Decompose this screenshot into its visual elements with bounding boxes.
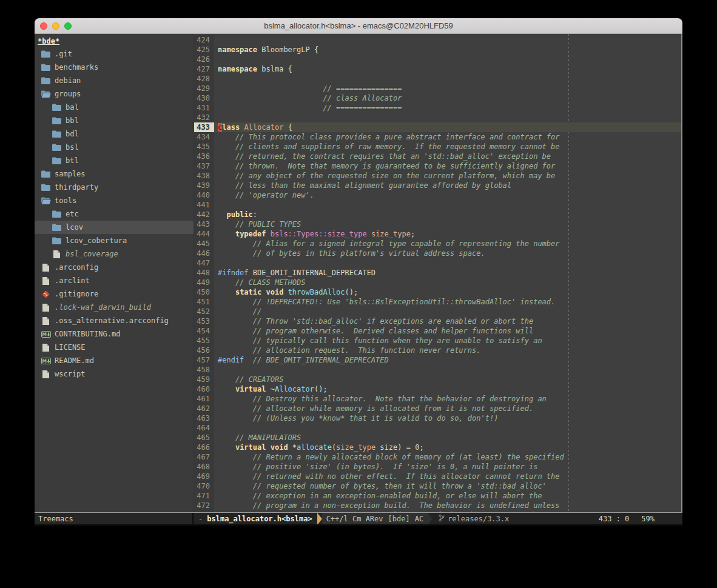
code-line[interactable]: 441 <box>194 200 682 210</box>
code-line-text[interactable]: // CREATORS <box>214 375 682 384</box>
code-line[interactable]: 437 // thrown. Note that memory is guara… <box>194 161 682 171</box>
code-line-text[interactable] <box>214 423 682 433</box>
code-line-text[interactable] <box>214 35 682 45</box>
code-line[interactable]: 427namespace bslma { <box>194 64 682 74</box>
tree-item[interactable]: thirdparty <box>35 181 194 194</box>
code-line-text[interactable]: class Allocator { <box>214 122 682 132</box>
tree-item[interactable]: LICENSE <box>35 341 194 354</box>
code-line[interactable]: 447 <box>194 258 682 268</box>
code-line-text[interactable]: // This protocol class provides a pure a… <box>214 132 682 142</box>
tree-item[interactable]: wscript <box>35 367 194 381</box>
major-mode[interactable]: C++/l Cm ARev <box>326 515 383 523</box>
code-line-text[interactable]: #ifndef BDE_OMIT_INTERNAL_DEPRECATED <box>214 268 682 278</box>
code-area[interactable]: 424425namespace BloombergLP {426427names… <box>194 34 682 512</box>
code-line-text[interactable]: // less than the maximal alignment guara… <box>214 181 682 190</box>
code-line-text[interactable]: // positive 'size' (in bytes). If 'size'… <box>214 462 682 472</box>
code-line[interactable]: 428 <box>194 74 682 84</box>
code-line[interactable]: 470 // requested number of bytes, then i… <box>194 481 682 491</box>
code-line[interactable]: 460 virtual ~Allocator(); <box>194 384 682 394</box>
code-line-text[interactable]: // PUBLIC TYPES <box>214 219 682 229</box>
code-line-text[interactable] <box>214 365 682 375</box>
code-line[interactable]: 458 <box>194 365 682 375</box>
code-line-text[interactable]: // =============== <box>214 84 682 93</box>
tree-item[interactable]: etc <box>35 207 194 221</box>
fullscreen-button[interactable] <box>64 22 72 30</box>
code-line[interactable]: 429 // =============== <box>194 84 682 93</box>
code-line[interactable]: 430 // class Allocator <box>194 93 682 103</box>
code-line[interactable]: 471 // exception in an exception-enabled… <box>194 491 682 501</box>
tree-item[interactable]: .lock-waf_darwin_build <box>35 301 194 314</box>
code-line[interactable]: 455 // typically call this function when… <box>194 336 682 346</box>
code-line[interactable]: 443 // PUBLIC TYPES <box>194 219 682 229</box>
code-line-text[interactable]: // '0 <= size'. Note that the alignment … <box>214 510 682 512</box>
code-line[interactable]: 452 // <box>194 307 682 316</box>
code-line-text[interactable]: // exception in an exception-enabled bui… <box>214 491 682 501</box>
code-line[interactable]: 451 // !DEPRECATED!: Use 'bsls::BslExcep… <box>194 297 682 307</box>
code-line-text[interactable]: // program in a non-exception build. The… <box>214 501 682 510</box>
tree-item[interactable]: bbl <box>35 114 194 127</box>
code-line-text[interactable]: // <box>214 307 682 316</box>
code-line[interactable]: 435 // clients and suppliers of raw memo… <box>194 142 682 152</box>
code-line-text[interactable] <box>214 55 682 64</box>
tree-item[interactable]: .git <box>35 47 194 61</box>
code-line[interactable]: 467 // Return a newly allocated block of… <box>194 452 682 462</box>
tree-item[interactable]: lcov_cobertura <box>35 234 194 247</box>
code-line-text[interactable]: typedef bsls::Types::size_type size_type… <box>214 229 682 239</box>
code-line-text[interactable]: // 'operator new'. <box>214 190 682 200</box>
code-line-text[interactable]: // Throw 'std::bad_alloc' if exceptions … <box>214 316 682 326</box>
project-root[interactable]: *bde* <box>35 35 194 47</box>
buffer-name[interactable]: bslma_allocator.h<bslma> <box>207 515 312 523</box>
code-line[interactable]: 453 // Throw 'std::bad_alloc' if excepti… <box>194 316 682 326</box>
code-line-text[interactable]: virtual ~Allocator(); <box>214 384 682 394</box>
code-line[interactable]: 450 static void throwBadAlloc(); <box>194 287 682 297</box>
titlebar[interactable]: bslma_allocator.h<bslma> - emacs@C02M20H… <box>35 18 682 34</box>
tree-item[interactable]: debian <box>35 74 194 87</box>
code-line[interactable]: 433class Allocator { <box>194 122 682 132</box>
code-line[interactable]: 425namespace BloombergLP { <box>194 45 682 55</box>
code-line[interactable]: 426 <box>194 55 682 64</box>
code-line[interactable]: 466 virtual void *allocate(size_type siz… <box>194 443 682 452</box>
tree-item[interactable]: benchmarks <box>35 61 194 74</box>
tree-item[interactable]: bdl <box>35 127 194 141</box>
code-line[interactable]: 462 // allocator while memory is allocat… <box>194 404 682 413</box>
code-line-text[interactable]: // CLASS METHODS <box>214 278 682 287</box>
code-line-text[interactable]: // =============== <box>214 103 682 113</box>
tree-item[interactable]: btl <box>35 154 194 167</box>
code-line-text[interactable]: #endif // BDE_OMIT_INTERNAL_DEPRECATED <box>214 355 682 365</box>
code-line-text[interactable] <box>214 74 682 84</box>
tree-item[interactable]: .arcconfig <box>35 261 194 274</box>
code-line-text[interactable]: // allocator while memory is allocated f… <box>214 404 682 413</box>
tree-item[interactable]: .oss_alternative.arcconfig <box>35 314 194 327</box>
code-line[interactable]: 464 <box>194 423 682 433</box>
close-button[interactable] <box>40 22 47 30</box>
tree-item[interactable]: CONTRIBUTING.md <box>35 327 194 341</box>
code-line[interactable]: 438 // any object of the requested size … <box>194 171 682 181</box>
code-line-text[interactable]: // (Unless you *know* that it is valid t… <box>214 413 682 423</box>
tree-item[interactable]: README.md <box>35 354 194 367</box>
code-line[interactable]: 442 public: <box>194 210 682 219</box>
tree-item[interactable]: lcov <box>35 221 194 234</box>
minimize-button[interactable] <box>52 22 59 30</box>
code-line-text[interactable]: // MANIPULATORS <box>214 433 682 443</box>
tree-item[interactable]: bsl <box>35 141 194 154</box>
code-line[interactable]: 439 // less than the maximal alignment g… <box>194 181 682 190</box>
code-line-text[interactable] <box>214 200 682 210</box>
git-branch[interactable]: releases/3.3.x <box>448 515 509 523</box>
code-line[interactable]: 449 // CLASS METHODS <box>194 278 682 287</box>
code-line[interactable]: 446 // of bytes in this platform's virtu… <box>194 249 682 258</box>
code-line-text[interactable]: // typically call this function when the… <box>214 336 682 346</box>
tree-item[interactable]: .arclint <box>35 274 194 287</box>
tree-item[interactable]: .gitignore <box>35 287 194 301</box>
code-line[interactable]: 465 // MANIPULATORS <box>194 433 682 443</box>
code-line[interactable]: 463 // (Unless you *know* that it is val… <box>194 413 682 423</box>
code-line-text[interactable]: virtual void *allocate(size_type size) =… <box>214 443 682 452</box>
code-line[interactable]: 445 // Alias for a signed integral type … <box>194 239 682 249</box>
code-line-text[interactable] <box>214 113 682 122</box>
code-line-text[interactable]: namespace bslma { <box>214 64 682 74</box>
code-line[interactable]: 459 // CREATORS <box>194 375 682 384</box>
tree-item[interactable]: bal <box>35 101 194 114</box>
code-line-text[interactable]: // Destroy this allocator. Note that the… <box>214 394 682 404</box>
code-line[interactable]: 457#endif // BDE_OMIT_INTERNAL_DEPRECATE… <box>194 355 682 365</box>
code-line-text[interactable]: // any object of the requested size on t… <box>214 171 682 181</box>
code-line[interactable]: 469 // returned with no other effect. If… <box>194 472 682 481</box>
